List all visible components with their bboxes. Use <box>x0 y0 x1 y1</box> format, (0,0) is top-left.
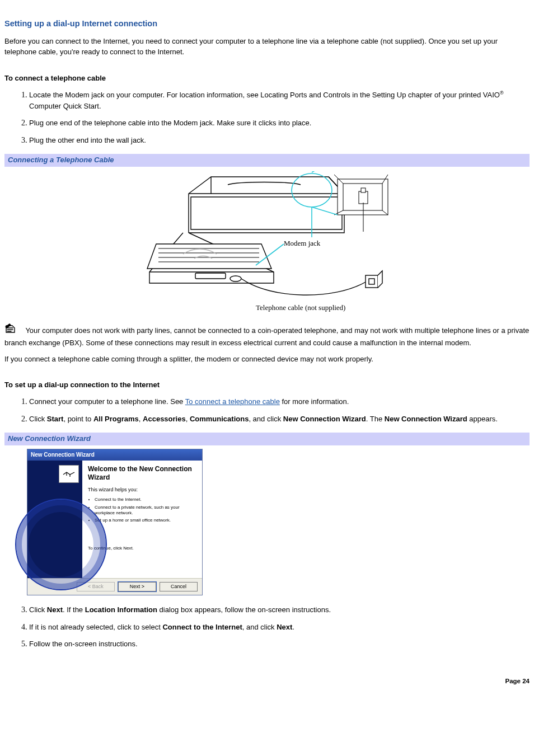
step-b1-post: for more information. <box>280 397 349 406</box>
t: , and click <box>249 415 283 423</box>
page-title: Setting up a dial-up Internet connection <box>4 18 530 30</box>
illustration-banner-2: New Connection Wizard <box>4 433 530 445</box>
svg-point-7 <box>230 276 241 281</box>
note-2: If you connect a telephone cable coming … <box>4 354 530 365</box>
wizard-bullet-1: Connect to the Internet. <box>95 497 196 503</box>
section-b-heading: To set up a dial-up connection to the In… <box>4 380 530 391</box>
step-b5-text: Follow the on-screen instructions. <box>29 640 138 648</box>
t: New Connection Wizard <box>385 415 467 423</box>
step-a-1-text: Locate the Modem jack on your computer. … <box>29 91 500 99</box>
t: Next <box>277 623 292 631</box>
section-a-heading: To connect a telephone cable <box>4 73 530 84</box>
wizard-bullet-2: Connect to a private network, such as yo… <box>95 505 196 516</box>
link-to-connect-cable[interactable]: To connect a telephone cable <box>185 397 280 406</box>
t: . <box>292 623 294 631</box>
step-a-3: Plug the other end into the wall jack. <box>29 135 530 146</box>
step-b-5: Follow the on-screen instructions. <box>29 638 530 650</box>
wizard-cancel-button[interactable]: Cancel <box>160 582 198 591</box>
step-b-2: Click Start, point to All Programs, Acce… <box>29 414 530 425</box>
t: Click <box>29 605 47 614</box>
intro-text: Before you can connect to the Internet, … <box>4 36 530 58</box>
steps-b-part1: Connect your computer to a telephone lin… <box>4 396 530 425</box>
t: , and click <box>242 623 277 631</box>
illustration-banner-1: Connecting a Telephone Cable <box>4 154 530 167</box>
step-a-3-text: Plug the other end into the wall jack. <box>29 136 146 144</box>
step-a-2: Plug one end of the telephone cable into… <box>29 118 530 129</box>
t: Location Information <box>85 605 157 614</box>
t: If it is not already selected, click to … <box>29 623 162 631</box>
t: , <box>139 415 143 423</box>
wizard-screenshot: New Connection Wizard Welcome to the New… <box>4 445 530 599</box>
t: appears. <box>467 415 498 423</box>
t: . The <box>366 415 385 423</box>
step-a-2-text: Plug one end of the telephone cable into… <box>29 119 311 127</box>
note-icon <box>4 323 17 337</box>
t: , <box>186 415 190 423</box>
t: . If the <box>63 605 85 614</box>
step-b-1: Connect your computer to a telephone lin… <box>29 396 530 407</box>
globe-icon <box>15 499 107 590</box>
wizard-bullet-3: Set up a home or small office network. <box>95 518 196 523</box>
t: Click <box>29 415 47 423</box>
wizard-title-bar: New Connection Wizard <box>27 449 202 461</box>
wizard-welcome: Welcome to the New Connection Wizard <box>88 465 196 482</box>
modem-jack-label: Modem jack <box>284 239 321 247</box>
t: Accessories <box>143 415 186 423</box>
t: New Connection Wizard <box>283 415 366 423</box>
t: Connect to the Internet <box>162 623 242 631</box>
cable-caption: Telephone cable (not supplied) <box>256 303 345 312</box>
step-b1-pre: Connect your computer to a telephone lin… <box>29 397 185 406</box>
t: All Programs <box>93 415 139 423</box>
note-1: Your computer does not work with party l… <box>4 325 530 349</box>
note-1-text: Your computer does not work with party l… <box>4 326 529 346</box>
handshake-icon <box>59 465 79 483</box>
wizard-helps: This wizard helps you: <box>88 486 196 494</box>
svg-rect-4 <box>359 191 368 204</box>
t: Communications <box>190 415 249 423</box>
registered-mark: ® <box>500 90 504 96</box>
wizard-next-button[interactable]: Next > <box>118 582 156 591</box>
t: dialog box appears, follow the on-screen… <box>157 605 331 614</box>
step-b-4: If it is not already selected, click to … <box>29 622 530 633</box>
steps-a: Locate the Modem jack on your computer. … <box>4 90 530 147</box>
wizard-bullets: Connect to the Internet. Connect to a pr… <box>88 497 196 524</box>
illustration-telephone-cable: Modem jack Telephone cable (not supplied… <box>4 167 530 319</box>
page-number: Page 24 <box>4 677 530 686</box>
step-b-3: Click Next. If the Location Information … <box>29 604 530 616</box>
step-a-1-text2: Computer Quick Start. <box>29 102 101 110</box>
svg-rect-9 <box>369 279 374 284</box>
steps-b-part2: Click Next. If the Location Information … <box>4 604 530 650</box>
svg-rect-5 <box>361 188 366 192</box>
t: Next <box>47 605 63 614</box>
step-a-1: Locate the Modem jack on your computer. … <box>29 90 530 112</box>
t: Start <box>47 415 64 423</box>
wizard-sidebar <box>27 461 82 578</box>
svg-rect-0 <box>195 273 226 279</box>
t: , point to <box>63 415 93 423</box>
